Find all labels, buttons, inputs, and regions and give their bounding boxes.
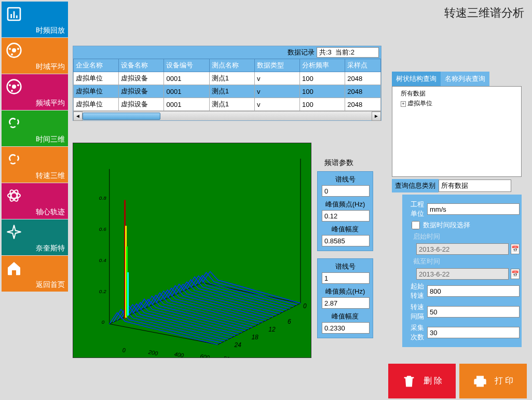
unit-label: 工程单位 [404, 200, 427, 218]
samples-input[interactable] [427, 327, 520, 338]
delete-button[interactable]: 删 除 [388, 364, 456, 398]
peak-freq-label: 峰值频点(Hz) [319, 286, 372, 297]
table-row[interactable]: 虚拟单位虚拟设备0001测点1v1002048 [74, 85, 381, 98]
start-time-input [416, 243, 509, 255]
svg-text:600: 600 [200, 353, 210, 357]
svg-text:800: 800 [223, 355, 233, 357]
tree-child[interactable]: +虚拟单位 [394, 99, 519, 108]
line-no-input-2[interactable] [322, 272, 370, 284]
calendar-icon[interactable]: 📅 [511, 244, 520, 254]
column-header[interactable]: 采样点 [345, 59, 381, 72]
nav-label: 轴心轨迹 [36, 208, 65, 217]
table-cell: 100 [300, 85, 345, 98]
table-cell: 测点1 [209, 98, 254, 111]
svg-point-7 [17, 48, 19, 50]
svg-text:24: 24 [234, 341, 242, 349]
rpm-step-input[interactable] [427, 306, 520, 318]
nav-time-domain-avg[interactable]: 时域平均 [2, 38, 68, 74]
table-cell: 虚拟单位 [74, 72, 119, 85]
column-header[interactable]: 企业名称 [74, 59, 119, 72]
joomla-icon [6, 151, 22, 168]
tree-root[interactable]: 所有数据 [394, 89, 519, 99]
spectrum-params-title: 频谱参数 [324, 158, 353, 168]
peak-amp-label: 峰值幅度 [319, 311, 372, 322]
scroll-right-arrow[interactable]: ► [372, 112, 381, 121]
svg-text:0.2: 0.2 [99, 288, 106, 294]
nav-time-freq-playback[interactable]: 时频回放 [2, 2, 68, 37]
print-button[interactable]: 打 印 [459, 364, 527, 398]
sidebar-nav: 时频回放 时域平均 频域平均 时间三维 转速三维 轴心轨迹 奈奎斯特 返回首页 [2, 2, 68, 292]
unit-input[interactable] [427, 203, 520, 215]
nav-time-3d[interactable]: 时间三维 [2, 111, 68, 146]
column-header[interactable]: 设备编号 [164, 59, 209, 72]
table-cell: 虚拟单位 [74, 85, 119, 98]
nav-rpm-3d[interactable]: 转速三维 [2, 147, 68, 183]
column-header[interactable]: 数据类型 [254, 59, 299, 72]
query-tabs: 树状结构查询 名称列表查询 [392, 72, 489, 86]
spectrum-group-1: 谱线号 峰值频点(Hz) 峰值幅度 [317, 171, 373, 251]
nav-nyquist[interactable]: 奈奎斯特 [2, 219, 68, 255]
delete-label: 删 除 [424, 376, 442, 387]
table-cell: 2048 [345, 72, 381, 85]
start-rpm-input[interactable] [427, 285, 520, 297]
horizontal-scrollbar[interactable]: ◄ ► [73, 111, 381, 120]
peak-amp-label: 峰值幅度 [319, 224, 372, 235]
start-time-label: 启始时间 [404, 232, 443, 241]
svg-point-8 [11, 53, 13, 56]
svg-text:0: 0 [102, 319, 105, 325]
date-range-checkbox[interactable] [412, 221, 420, 229]
table-row[interactable]: 虚拟单位虚拟设备0001测点1v1002048 [74, 98, 381, 111]
tab-list-query[interactable]: 名称列表查询 [441, 72, 489, 86]
page-title: 转速三维谱分析 [444, 5, 524, 21]
svg-point-11 [9, 84, 11, 86]
line-no-input-1[interactable] [322, 185, 370, 197]
column-header[interactable]: 设备名称 [119, 59, 164, 72]
params-panel: 工程单位 数据时间段选择 启始时间 📅 截至时间 📅 起始转速 转速间隔 采集次… [402, 195, 522, 347]
svg-point-14 [8, 193, 20, 199]
table-cell: 100 [300, 72, 345, 85]
tab-tree-query[interactable]: 树状结构查询 [392, 72, 441, 86]
table-cell: 虚拟设备 [119, 72, 164, 85]
gear-circle-icon [6, 78, 22, 95]
svg-text:0: 0 [122, 347, 126, 353]
peak-freq-input-1[interactable] [322, 210, 370, 222]
start-rpm-label: 起始转速 [404, 282, 427, 300]
svg-rect-1 [10, 14, 12, 18]
svg-text:0: 0 [303, 302, 307, 310]
svg-rect-32 [407, 380, 408, 384]
column-header[interactable]: 分析频率 [300, 59, 345, 72]
svg-text:12: 12 [268, 326, 276, 333]
tree-view[interactable]: 所有数据 +虚拟单位 [392, 86, 522, 177]
nav-home[interactable]: 返回首页 [2, 256, 68, 292]
column-header[interactable]: 测点名称 [209, 59, 254, 72]
nav-label: 奈奎斯特 [36, 244, 65, 253]
query-category-input[interactable] [439, 180, 511, 192]
svg-text:18: 18 [251, 334, 258, 341]
table-cell: v [254, 85, 299, 98]
orbit-icon [6, 187, 22, 204]
end-time-input [416, 268, 509, 280]
nav-freq-domain-avg[interactable]: 频域平均 [2, 74, 68, 110]
3d-spectrum-chart[interactable]: 0 200 400 600 800 0 6 12 18 24 0 0.2 0.4… [73, 143, 311, 358]
nav-label: 转速三维 [36, 171, 65, 181]
bar-chart-icon [6, 6, 22, 22]
scroll-thumb[interactable] [83, 113, 160, 120]
peak-amp-input-2[interactable] [322, 322, 370, 334]
table-cell: 2048 [345, 98, 381, 111]
record-info-input[interactable] [317, 47, 379, 58]
nav-orbit[interactable]: 轴心轨迹 [2, 183, 68, 219]
svg-rect-3 [16, 16, 18, 18]
svg-text:0.6: 0.6 [99, 226, 106, 232]
peak-amp-input-1[interactable] [322, 235, 370, 246]
calendar-icon[interactable]: 📅 [511, 269, 520, 279]
expand-icon[interactable]: + [401, 101, 406, 107]
scroll-left-arrow[interactable]: ◄ [73, 112, 83, 121]
line-no-label: 谱线号 [319, 174, 372, 185]
peak-freq-input-2[interactable] [322, 297, 370, 309]
sparkle-icon [6, 224, 22, 240]
svg-text:200: 200 [147, 349, 158, 356]
data-table: 企业名称设备名称设备编号测点名称数据类型分析频率采样点 虚拟单位虚拟设备0001… [73, 59, 381, 111]
table-row[interactable]: 虚拟单位虚拟设备0001测点1v1002048 [74, 72, 381, 85]
nav-label: 时间三维 [36, 135, 65, 144]
joomla-icon [6, 115, 22, 131]
